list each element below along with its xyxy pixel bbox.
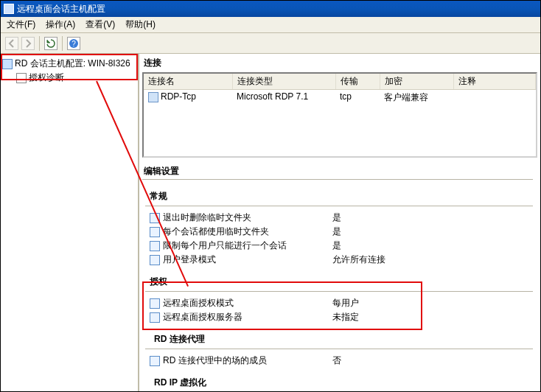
setting-value: 是: [332, 211, 537, 224]
setting-label: 退出时删除临时文件夹: [163, 211, 332, 224]
setting-icon: [150, 298, 160, 309]
setting-value: 否: [332, 354, 537, 367]
app-icon: [4, 4, 14, 14]
connections-table: 连接名 连接类型 传输 加密 注释: [144, 74, 536, 90]
nav-back-button[interactable]: [5, 37, 18, 50]
conn-name: RDP-Tcp: [161, 91, 196, 102]
col-encryption[interactable]: 加密: [380, 74, 453, 90]
group-ipvirt-head: RD IP 虚拟化: [142, 374, 540, 391]
setting-icon: [150, 213, 160, 223]
group-broker-head: RD 连接代理: [142, 330, 540, 347]
setting-row-licensing-mode[interactable]: 远程桌面授权模式 每用户: [142, 296, 540, 310]
setting-icon: [150, 227, 160, 237]
setting-row-licensing-server[interactable]: 远程桌面授权服务器 未指定: [142, 310, 540, 324]
connections-title: 连接: [139, 54, 540, 71]
tree-root-label: RD 会话主机配置: WIN-8I326: [15, 57, 130, 70]
setting-label: 每个会话都使用临时文件夹: [163, 225, 332, 238]
setting-icon: [150, 356, 160, 366]
help-button[interactable]: ?: [67, 37, 80, 50]
setting-value: 未指定: [332, 311, 537, 323]
setting-label: 远程桌面授权模式: [163, 297, 332, 309]
server-icon: [2, 59, 13, 69]
settings-title: 编辑设置: [139, 161, 540, 179]
app-window: 远程桌面会话主机配置 文件(F) 操作(A) 查看(V) 帮助(H) ? RD …: [0, 0, 541, 392]
setting-icon: [150, 241, 160, 251]
col-type[interactable]: 连接类型: [232, 74, 335, 90]
menubar: 文件(F) 操作(A) 查看(V) 帮助(H): [1, 17, 540, 33]
col-name[interactable]: 连接名: [144, 74, 232, 90]
col-transport[interactable]: 传输: [335, 74, 380, 90]
setting-value: 是: [332, 225, 537, 238]
refresh-button[interactable]: [44, 37, 57, 50]
setting-label: 限制每个用户只能进行一个会话: [163, 239, 332, 252]
tree-pane: RD 会话主机配置: WIN-8I326 授权诊断: [1, 54, 139, 391]
setting-value: 允许所有连接: [332, 253, 537, 266]
body: RD 会话主机配置: WIN-8I326 授权诊断 连接 连接名 连接类型 传输: [1, 54, 540, 391]
toolbar: ?: [1, 33, 540, 54]
window-title: 远程桌面会话主机配置: [17, 3, 105, 15]
menu-action[interactable]: 操作(A): [43, 17, 78, 32]
menu-help[interactable]: 帮助(H): [122, 17, 158, 32]
connection-icon: [148, 92, 158, 102]
setting-value: 每用户: [332, 297, 537, 309]
conn-type: Microsoft RDP 7.1: [232, 90, 335, 105]
toolbar-separator-2: [62, 36, 63, 51]
titlebar: 远程桌面会话主机配置: [1, 1, 540, 17]
setting-row[interactable]: RD 连接代理中的场的成员 否: [142, 354, 540, 368]
connections-panel: 连接名 连接类型 传输 加密 注释 RDP-Tcp Micro: [142, 72, 537, 158]
conn-comment: [453, 90, 536, 105]
setting-row[interactable]: 每个会话都使用临时文件夹 是: [142, 225, 540, 239]
setting-label: 用户登录模式: [163, 253, 332, 266]
setting-row[interactable]: 用户登录模式 允许所有连接: [142, 253, 540, 267]
conn-encryption: 客户端兼容: [380, 90, 453, 105]
setting-label: RD 连接代理中的场的成员: [163, 354, 332, 367]
col-comment[interactable]: 注释: [453, 74, 536, 90]
menu-file[interactable]: 文件(F): [4, 17, 38, 32]
tree-child-node[interactable]: 授权诊断: [2, 71, 136, 85]
diagnosis-icon: [16, 73, 27, 83]
setting-label: 远程桌面授权服务器: [163, 311, 332, 323]
right-pane: 连接 连接名 连接类型 传输 加密 注释: [139, 54, 540, 391]
setting-icon: [150, 312, 160, 323]
settings-scroll[interactable]: 常规 退出时删除临时文件夹 是 每个会话都使用临时文件夹 是 限制每个用户只能进…: [142, 184, 540, 391]
group-general-head: 常规: [142, 187, 540, 204]
group-licensing-head: 授权: [142, 273, 540, 290]
svg-text:?: ?: [71, 40, 76, 48]
conn-transport: tcp: [335, 90, 380, 105]
toolbar-separator: [39, 36, 40, 51]
tree-root-node[interactable]: RD 会话主机配置: WIN-8I326: [2, 57, 136, 71]
setting-icon: [150, 255, 160, 265]
connection-row[interactable]: RDP-Tcp Microsoft RDP 7.1 tcp 客户端兼容: [144, 90, 536, 105]
setting-row[interactable]: 限制每个用户只能进行一个会话 是: [142, 239, 540, 253]
menu-view[interactable]: 查看(V): [83, 17, 118, 32]
setting-value: 是: [332, 239, 537, 252]
tree-child-label: 授权诊断: [29, 71, 64, 84]
connections-body-scroll[interactable]: RDP-Tcp Microsoft RDP 7.1 tcp 客户端兼容: [144, 90, 536, 156]
nav-forward-button[interactable]: [21, 37, 35, 50]
setting-row[interactable]: 退出时删除临时文件夹 是: [142, 211, 540, 225]
